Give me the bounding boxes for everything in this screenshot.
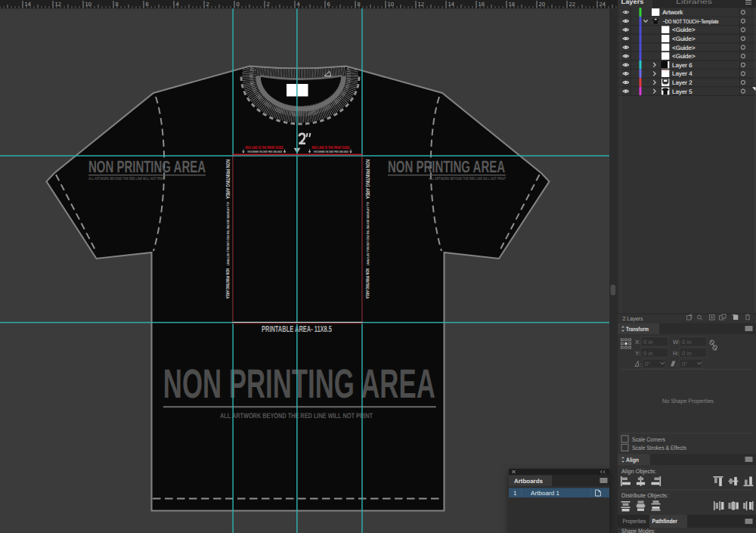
svg-text:NON PRINTING AREA: NON PRINTING AREA	[388, 157, 505, 176]
svg-text::: :	[677, 361, 678, 368]
svg-text:0°: 0°	[645, 361, 650, 367]
svg-text:Scale Strokes & Effects: Scale Strokes & Effects	[632, 445, 686, 451]
svg-text:0 in: 0 in	[682, 339, 692, 346]
svg-text:2 Layers: 2 Layers	[623, 315, 643, 322]
svg-text:NON PRINTING AREA: NON PRINTING AREA	[364, 268, 370, 299]
svg-text:Artboards: Artboards	[514, 478, 544, 485]
svg-text:~DO NOT TOUCH~Template: ~DO NOT TOUCH~Template	[663, 18, 719, 25]
svg-text:NON PRINTING AREA: NON PRINTING AREA	[225, 160, 231, 199]
svg-text:14: 14	[448, 1, 454, 8]
svg-text::: :	[640, 361, 641, 368]
svg-text:2: 2	[267, 1, 270, 8]
svg-text:2: 2	[206, 1, 209, 8]
svg-text:8: 8	[358, 1, 361, 8]
svg-text:22: 22	[569, 1, 575, 8]
svg-text:6: 6	[146, 1, 149, 8]
svg-text:NON PRINTING AREA: NON PRINTING AREA	[163, 361, 435, 407]
svg-text:Shape Modes:: Shape Modes:	[621, 528, 655, 533]
svg-text:Distribute Objects:: Distribute Objects:	[621, 492, 668, 499]
svg-text:X:: X:	[635, 339, 640, 346]
svg-text:Layer 6: Layer 6	[672, 62, 692, 69]
svg-text:Artwork: Artwork	[663, 9, 684, 16]
svg-text:NON PRINTING AREA: NON PRINTING AREA	[364, 160, 371, 199]
svg-text:4: 4	[297, 1, 300, 8]
svg-text:Artboard 1: Artboard 1	[531, 490, 560, 497]
svg-text:4: 4	[176, 1, 179, 8]
svg-text:ALL ARTWORK BEYOND THE RED LIN: ALL ARTWORK BEYOND THE RED LINE WILL NOT…	[88, 177, 166, 181]
svg-text:Align Objects:: Align Objects:	[621, 468, 656, 475]
svg-text:NON PRINTING AREA: NON PRINTING AREA	[225, 268, 230, 299]
svg-text:14: 14	[25, 1, 31, 8]
svg-text:No Shape Properties: No Shape Properties	[662, 398, 714, 404]
svg-text:0°: 0°	[682, 361, 687, 367]
svg-text:0 in: 0 in	[643, 350, 653, 357]
svg-text:<Guide>: <Guide>	[672, 53, 696, 60]
svg-text:Libraries: Libraries	[676, 0, 712, 5]
svg-text:<Guide>: <Guide>	[672, 26, 696, 33]
svg-text:THIS IS WHERE THE CHEST PRINT: THIS IS WHERE THE CHEST PRINT AREA ENDS	[314, 150, 349, 153]
svg-text:Layer 2: Layer 2	[672, 79, 692, 86]
svg-text:H:: H:	[673, 350, 679, 357]
svg-text:24: 24	[600, 1, 606, 8]
svg-text:ALL ARTWORK BEYOND THE RED LIN: ALL ARTWORK BEYOND THE RED LINE WILL NOT…	[226, 202, 230, 265]
svg-text:10: 10	[388, 1, 394, 8]
svg-text:1: 1	[513, 490, 517, 497]
svg-text:20: 20	[539, 1, 545, 8]
svg-text:ALL ARTWORK BEYOND THE RED LIN: ALL ARTWORK BEYOND THE RED LINE WILL NOT…	[429, 177, 506, 181]
svg-text:ALL ARTWORK BEYOND THE RED LIN: ALL ARTWORK BEYOND THE RED LINE WILL NOT…	[220, 412, 373, 420]
svg-text:Transform: Transform	[626, 326, 649, 333]
svg-text:18: 18	[509, 1, 515, 8]
svg-text:12: 12	[418, 1, 424, 8]
svg-text:12: 12	[55, 1, 61, 8]
svg-text:<Guide>: <Guide>	[672, 45, 696, 51]
svg-text:Align: Align	[626, 457, 639, 463]
svg-text:W:: W:	[673, 339, 680, 346]
svg-text:Y:: Y:	[635, 350, 640, 357]
svg-text:8: 8	[116, 1, 119, 8]
svg-text:Layers: Layers	[621, 0, 644, 5]
svg-text:ALL ARTWORK BEYOND THE RED LIN: ALL ARTWORK BEYOND THE RED LINE WILL NOT…	[366, 202, 370, 265]
svg-text:NON PRINTING AREA: NON PRINTING AREA	[88, 157, 206, 176]
svg-text:0 in: 0 in	[682, 350, 692, 357]
svg-text:Scale Corners: Scale Corners	[632, 436, 665, 443]
svg-text:Layer 5: Layer 5	[672, 88, 692, 95]
svg-text:Properties: Properties	[623, 518, 646, 525]
svg-text:THIS IS WHERE THE CHEST PRINT: THIS IS WHERE THE CHEST PRINT AREA ENDS	[247, 150, 282, 153]
svg-text:10: 10	[85, 1, 91, 8]
svg-text:6: 6	[327, 1, 330, 8]
svg-text:0: 0	[237, 1, 240, 8]
svg-text:0 in: 0 in	[643, 339, 653, 346]
svg-text:<Guide>: <Guide>	[672, 36, 696, 42]
svg-text:Pathfinder: Pathfinder	[652, 518, 678, 525]
svg-text:16: 16	[479, 1, 485, 8]
svg-text:Layer 4: Layer 4	[672, 70, 692, 77]
